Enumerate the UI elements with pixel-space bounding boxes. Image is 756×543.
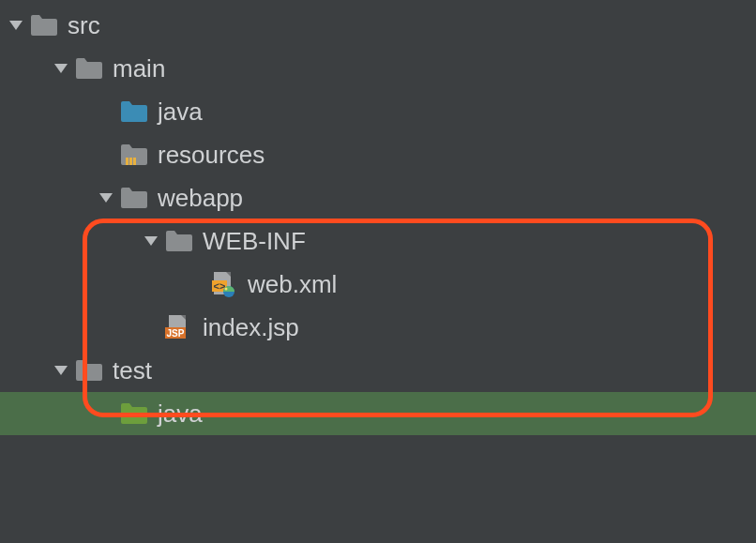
- tree-item-java[interactable]: java: [0, 90, 756, 133]
- tree-label: web.xml: [248, 270, 337, 299]
- source-folder-icon: [120, 98, 148, 126]
- folder-icon: [165, 227, 193, 255]
- tree-item-testjava[interactable]: java: [0, 392, 756, 435]
- tree-item-indexjsp[interactable]: index.jsp: [0, 306, 756, 349]
- folder-icon: [30, 11, 58, 39]
- chevron-down-icon: [51, 58, 71, 79]
- jsp-file-icon: [165, 313, 193, 341]
- tree-item-webapp[interactable]: webapp: [0, 176, 756, 219]
- folder-icon: [75, 54, 103, 83]
- tree-label: test: [113, 356, 152, 385]
- tree-label: java: [158, 400, 203, 429]
- tree-label: src: [68, 11, 100, 40]
- tree-label: resources: [158, 141, 265, 170]
- chevron-down-icon: [141, 231, 161, 251]
- tree-item-main[interactable]: main: [0, 47, 756, 90]
- folder-icon: [75, 356, 103, 385]
- tree-item-src[interactable]: src: [0, 4, 756, 47]
- resources-folder-icon: [120, 141, 148, 169]
- chevron-down-icon: [51, 360, 71, 381]
- tree-label: index.jsp: [203, 313, 299, 342]
- project-tree: src main java resources webapp WEB-INF: [0, 0, 756, 435]
- tree-label: main: [113, 54, 165, 83]
- tree-label: webapp: [158, 184, 243, 213]
- xml-file-icon: [210, 270, 238, 298]
- tree-item-resources[interactable]: resources: [0, 133, 756, 176]
- chevron-down-icon: [6, 15, 26, 36]
- chevron-down-icon: [96, 188, 116, 208]
- tree-item-webinf[interactable]: WEB-INF: [0, 219, 756, 263]
- tree-item-test[interactable]: test: [0, 349, 756, 392]
- folder-icon: [120, 184, 148, 212]
- tree-item-webxml[interactable]: web.xml: [0, 263, 756, 306]
- test-folder-icon: [120, 400, 148, 428]
- tree-label: java: [158, 98, 203, 127]
- tree-label: WEB-INF: [203, 227, 306, 256]
